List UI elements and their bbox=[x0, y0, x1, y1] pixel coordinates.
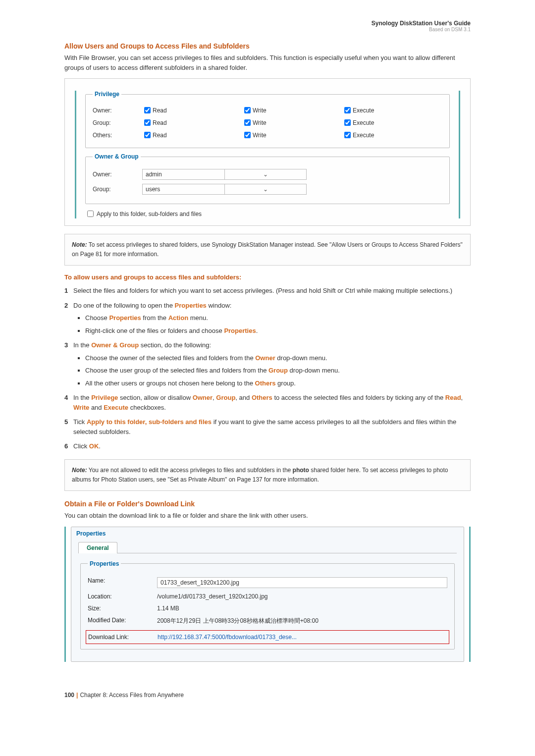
dialog-title: Properties bbox=[71, 527, 464, 540]
privilege-screenshot: Privilege Owner: Read Write Execute Grou… bbox=[64, 78, 471, 226]
section-intro-2: You can obtain the download link to a fi… bbox=[64, 511, 471, 521]
name-field[interactable]: 01733_desert_1920x1200.jpg bbox=[157, 577, 447, 588]
owner-select-value: admin bbox=[143, 169, 224, 179]
section-intro-1: With File Browser, you can set access pr… bbox=[64, 53, 471, 72]
others-label: Others: bbox=[93, 132, 142, 139]
others-execute-checkbox[interactable] bbox=[344, 132, 351, 138]
download-link-label: Download Link: bbox=[88, 634, 158, 641]
apply-recursive-label: Apply to this folder, sub-folders and fi… bbox=[97, 211, 202, 217]
group-select-value: users bbox=[143, 184, 224, 194]
size-label: Size: bbox=[88, 605, 157, 612]
others-write-checkbox[interactable] bbox=[244, 132, 251, 138]
owner-read-checkbox[interactable] bbox=[144, 107, 151, 113]
section-title-1: Allow Users and Groups to Access Files a… bbox=[64, 42, 471, 50]
group-read-checkbox[interactable] bbox=[144, 119, 151, 126]
group-select[interactable]: users ⌄ bbox=[142, 184, 307, 195]
location-label: Location: bbox=[88, 593, 157, 600]
properties-fieldset: Properties Name:01733_desert_1920x1200.j… bbox=[80, 560, 455, 649]
note-prefix: Note: bbox=[72, 467, 87, 474]
page-footer: 100|Chapter 8: Access Files from Anywher… bbox=[64, 692, 471, 699]
group-select-label: Group: bbox=[93, 186, 142, 193]
properties-legend: Properties bbox=[88, 560, 121, 567]
size-value: 1.14 MB bbox=[157, 605, 447, 612]
group-label: Group: bbox=[93, 119, 142, 126]
modified-date-value: 2008年12月29日 上午08時33分08秒格林威治標準時間+08:00 bbox=[157, 617, 447, 625]
owner-group-fieldset: Owner & Group Owner: admin ⌄ Group: user… bbox=[85, 153, 450, 204]
note-box-2: Note: You are not allowed to edit the ac… bbox=[64, 459, 471, 491]
modified-date-label: Modified Date: bbox=[88, 617, 157, 625]
note-box-1: Note: To set access privileges to shared… bbox=[64, 234, 471, 266]
privilege-fieldset: Privilege Owner: Read Write Execute Grou… bbox=[85, 91, 450, 148]
owner-label: Owner: bbox=[93, 107, 142, 114]
section-title-2: Obtain a File or Folder's Download Link bbox=[64, 500, 471, 508]
chevron-down-icon: ⌄ bbox=[224, 184, 307, 194]
apply-recursive-checkbox[interactable] bbox=[87, 211, 94, 217]
chevron-down-icon: ⌄ bbox=[224, 169, 307, 179]
owner-select[interactable]: admin ⌄ bbox=[142, 169, 307, 180]
owner-select-label: Owner: bbox=[93, 171, 142, 178]
owner-group-legend: Owner & Group bbox=[93, 153, 141, 160]
download-link-value[interactable]: http://192.168.37.47:5000/fbdownload/017… bbox=[158, 634, 447, 641]
tab-general[interactable]: General bbox=[78, 542, 117, 553]
page-number: 100 bbox=[64, 692, 74, 699]
group-execute-checkbox[interactable] bbox=[344, 119, 351, 126]
page-header: Synology DiskStation User's Guide Based … bbox=[64, 20, 471, 32]
location-value: /volume1/dl/01733_desert_1920x1200.jpg bbox=[157, 593, 447, 600]
group-write-checkbox[interactable] bbox=[244, 119, 251, 126]
others-read-checkbox[interactable] bbox=[144, 132, 151, 138]
note-prefix: Note: bbox=[72, 241, 87, 248]
privilege-legend: Privilege bbox=[93, 91, 121, 98]
download-link-highlight: Download Link:http://192.168.37.47:5000/… bbox=[86, 630, 449, 644]
header-title: Synology DiskStation User's Guide bbox=[64, 20, 471, 27]
header-subtitle: Based on DSM 3.1 bbox=[64, 27, 471, 32]
steps-list: 1Select the files and folders for which … bbox=[64, 286, 471, 451]
owner-write-checkbox[interactable] bbox=[244, 107, 251, 113]
owner-execute-checkbox[interactable] bbox=[344, 107, 351, 113]
instructions-subheading: To allow users and groups to access file… bbox=[64, 273, 471, 281]
name-label: Name: bbox=[88, 577, 157, 588]
chapter-label: Chapter 8: Access Files from Anywhere bbox=[80, 692, 183, 699]
properties-screenshot: Properties General Properties Name:01733… bbox=[64, 527, 471, 662]
